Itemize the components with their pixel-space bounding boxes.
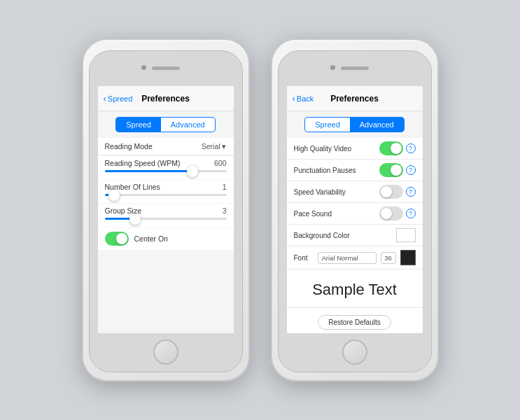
punctuation-pauses-row: Punctuation Pauses ? <box>287 160 423 181</box>
reading-speed-label: Reading Speed (WPM) <box>105 159 181 167</box>
camera-right <box>330 65 335 70</box>
reading-mode-value[interactable]: Serial ▾ <box>202 142 227 150</box>
font-color-box[interactable] <box>400 250 416 265</box>
home-button-right[interactable] <box>342 340 367 365</box>
back-label-right: Back <box>297 94 314 103</box>
high-quality-video-toggle[interactable] <box>379 141 403 155</box>
iphone-right: ‹ Back Preferences Spreed Advanced High … <box>271 38 439 382</box>
nav-bar-right: ‹ Back Preferences <box>287 86 423 111</box>
pace-sound-row: Pace Sound ? <box>287 203 423 225</box>
back-button-right[interactable]: ‹ Back <box>293 93 314 104</box>
background-color-row: Background Color <box>287 225 423 246</box>
speed-variability-controls: ? <box>379 185 416 199</box>
camera-left <box>141 65 146 70</box>
speed-variability-label: Speed Variability <box>294 188 346 196</box>
lines-track[interactable] <box>105 194 227 196</box>
punctuation-pauses-controls: ? <box>379 163 416 177</box>
high-quality-video-label: High Quality Video <box>294 145 352 153</box>
back-label-left: Spreed <box>108 94 132 103</box>
tab-advanced-left[interactable]: Advanced <box>161 117 216 132</box>
punctuation-pauses-help[interactable]: ? <box>406 165 416 175</box>
reading-speed-value: 600 <box>214 159 227 167</box>
pace-sound-label: Pace Sound <box>294 210 332 218</box>
sample-text: Sample Text <box>312 281 397 299</box>
toggle-knob-sv <box>381 186 392 197</box>
lines-container: Number Of Lines 1 <box>98 180 234 203</box>
pace-sound-help[interactable]: ? <box>406 209 416 218</box>
screen-right: ‹ Back Preferences Spreed Advanced High … <box>287 86 423 333</box>
speaker-left <box>152 66 180 70</box>
reading-speed-container: Reading Speed (WPM) 600 <box>98 156 234 179</box>
speed-variability-row: Speed Variability ? <box>287 181 423 203</box>
reading-mode-label: Reading Mode <box>105 142 153 150</box>
speaker-right <box>341 66 369 70</box>
font-label: Font <box>294 254 314 262</box>
iphone-left: ‹ Spreed Preferences Spreed Advanced Rea… <box>82 38 250 382</box>
restore-area: Restore Defaults <box>287 308 423 333</box>
nav-bar-left: ‹ Spreed Preferences <box>98 86 234 111</box>
background-color-box[interactable] <box>396 228 416 242</box>
back-button-left[interactable]: ‹ Spreed <box>104 93 133 104</box>
group-size-track[interactable] <box>105 218 227 220</box>
tab-spreed-right[interactable]: Spreed <box>304 117 349 132</box>
toggle-knob-ps <box>381 208 392 219</box>
group-size-container: Group Size 3 <box>98 204 234 227</box>
reading-speed-fill <box>105 170 192 172</box>
tab-advanced-right[interactable]: Advanced <box>350 117 405 132</box>
nav-title-right: Preferences <box>330 94 379 104</box>
lines-value: 1 <box>223 183 227 191</box>
font-size-input[interactable]: 36 <box>381 252 396 264</box>
center-on-toggle[interactable] <box>105 232 129 246</box>
punctuation-pauses-toggle[interactable] <box>379 163 403 177</box>
chevron-icon-right: ‹ <box>293 93 295 104</box>
font-name-input[interactable]: Arial Normal <box>318 252 377 264</box>
center-on-row: Center On <box>98 227 234 250</box>
reading-speed-thumb[interactable] <box>187 166 198 177</box>
pace-sound-toggle[interactable] <box>379 206 403 220</box>
toggle-knob-hqv <box>391 143 402 154</box>
toggle-knob <box>116 233 127 244</box>
pace-sound-controls: ? <box>379 206 416 220</box>
chevron-icon-left: ‹ <box>104 93 106 104</box>
font-row: Font Arial Normal 36 <box>287 246 423 270</box>
segment-bar-right: Spreed Advanced <box>287 111 423 138</box>
tab-spreed-left[interactable]: Spreed <box>115 117 160 132</box>
home-button-left[interactable] <box>153 340 178 365</box>
high-quality-video-help[interactable]: ? <box>406 144 416 153</box>
reading-mode-row: Reading Mode Serial ▾ <box>98 138 234 155</box>
restore-defaults-button[interactable]: Restore Defaults <box>318 315 391 330</box>
screen-left: ‹ Spreed Preferences Spreed Advanced Rea… <box>98 86 234 333</box>
toggle-knob-pp <box>391 164 402 176</box>
high-quality-video-controls: ? <box>379 141 416 155</box>
segment-bar-left: Spreed Advanced <box>98 111 234 138</box>
background-color-label: Background Color <box>294 232 350 239</box>
speed-variability-help[interactable]: ? <box>406 187 416 197</box>
punctuation-pauses-label: Punctuation Pauses <box>294 167 356 174</box>
group-size-thumb[interactable] <box>129 214 141 225</box>
reading-speed-track[interactable] <box>105 170 227 172</box>
nav-title-left: Preferences <box>141 94 190 104</box>
lines-thumb[interactable] <box>108 190 120 201</box>
group-size-value: 3 <box>223 206 227 215</box>
high-quality-video-row: High Quality Video ? <box>287 138 423 160</box>
speed-variability-toggle[interactable] <box>379 185 403 199</box>
center-on-label: Center On <box>134 234 168 243</box>
sample-text-area: Sample Text <box>287 270 423 308</box>
